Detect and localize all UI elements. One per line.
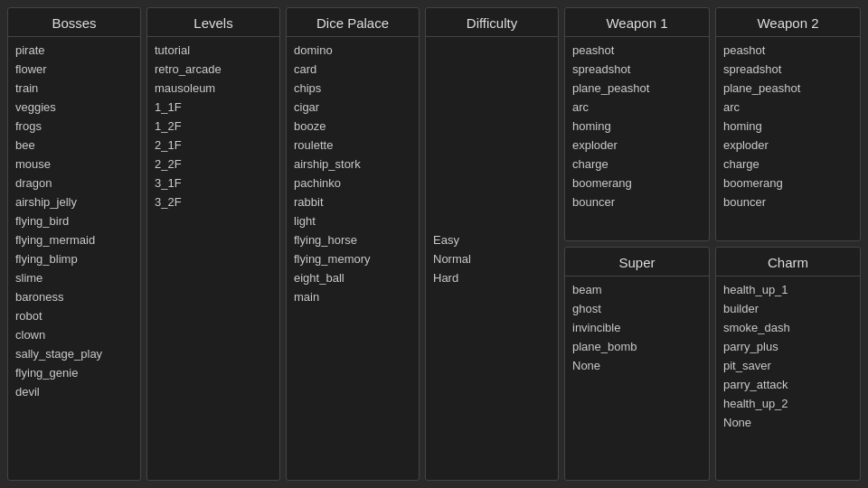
list-item[interactable]: boomerang <box>565 174 709 192</box>
list-item[interactable]: parry_plus <box>716 337 860 356</box>
charm-panel: Charm health_up_1buildersmoke_dashparry_… <box>715 247 861 481</box>
list-item[interactable]: pit_saver <box>716 356 860 375</box>
list-item[interactable]: airship_stork <box>287 155 419 174</box>
list-item[interactable]: health_up_2 <box>716 394 860 413</box>
list-item[interactable]: flying_genie <box>8 363 140 382</box>
list-item[interactable]: 1_1F <box>147 98 279 117</box>
list-item[interactable]: flower <box>8 60 140 79</box>
list-item[interactable]: parry_attack <box>716 375 860 394</box>
list-item[interactable]: chips <box>287 79 419 98</box>
list-item[interactable]: homing <box>565 117 709 136</box>
list-item[interactable]: charge <box>716 155 860 174</box>
list-item[interactable]: spreadshot <box>565 60 709 79</box>
dice-palace-list: dominocardchipscigarboozerouletteairship… <box>287 37 419 480</box>
list-item[interactable]: plane_peashot <box>565 79 709 98</box>
list-item[interactable]: None <box>565 356 709 375</box>
list-item[interactable]: bouncer <box>716 192 860 211</box>
list-item[interactable]: retro_arcade <box>147 60 279 79</box>
list-item[interactable]: None <box>716 413 860 432</box>
list-item[interactable]: smoke_dash <box>716 318 860 337</box>
difficulty-panel: Difficulty EasyNormalHard <box>425 7 559 481</box>
bosses-panel: Bosses pirateflowertrainveggiesfrogsbeem… <box>7 7 141 481</box>
super-panel: Super beamghostinvincibleplane_bombNone <box>564 247 710 481</box>
difficulty-header: Difficulty <box>426 8 558 37</box>
list-item[interactable]: Hard <box>426 268 558 287</box>
list-item[interactable]: devil <box>8 382 140 401</box>
weapons-row: Weapon 1 peashotspreadshotplane_peashota… <box>564 7 861 241</box>
super-charm-row: Super beamghostinvincibleplane_bombNone … <box>564 247 861 481</box>
list-item[interactable]: eight_ball <box>287 268 419 287</box>
list-item[interactable]: exploder <box>565 136 709 155</box>
list-item[interactable]: plane_bomb <box>565 337 709 356</box>
list-item[interactable]: 2_1F <box>147 136 279 155</box>
list-item[interactable]: domino <box>287 41 419 60</box>
charm-list: health_up_1buildersmoke_dashparry_pluspi… <box>716 277 860 480</box>
difficulty-list: EasyNormalHard <box>426 227 558 291</box>
list-item[interactable]: airship_jelly <box>8 192 140 211</box>
weapon2-panel: Weapon 2 peashotspreadshotplane_peashota… <box>715 7 861 241</box>
list-item[interactable]: tutorial <box>147 41 279 60</box>
list-item[interactable]: 3_2F <box>147 192 279 211</box>
weapon1-header: Weapon 1 <box>565 8 709 37</box>
list-item[interactable]: light <box>287 211 419 230</box>
list-item[interactable]: builder <box>716 299 860 318</box>
list-item[interactable]: exploder <box>716 136 860 155</box>
list-item[interactable]: booze <box>287 117 419 136</box>
weapon1-list: peashotspreadshotplane_peashotarchominge… <box>565 37 709 240</box>
list-item[interactable]: frogs <box>8 117 140 136</box>
list-item[interactable]: Normal <box>426 249 558 268</box>
weapon1-panel: Weapon 1 peashotspreadshotplane_peashota… <box>564 7 710 241</box>
list-item[interactable]: pachinko <box>287 174 419 192</box>
super-list: beamghostinvincibleplane_bombNone <box>565 277 709 480</box>
list-item[interactable]: beam <box>565 280 709 299</box>
list-item[interactable]: train <box>8 79 140 98</box>
list-item[interactable]: dragon <box>8 174 140 192</box>
weapon2-header: Weapon 2 <box>716 8 860 37</box>
bosses-list: pirateflowertrainveggiesfrogsbeemousedra… <box>8 37 140 480</box>
list-item[interactable]: veggies <box>8 98 140 117</box>
list-item[interactable]: 1_2F <box>147 117 279 136</box>
list-item[interactable]: arc <box>716 98 860 117</box>
list-item[interactable]: spreadshot <box>716 60 860 79</box>
bosses-header: Bosses <box>8 8 140 37</box>
list-item[interactable]: Easy <box>426 230 558 249</box>
list-item[interactable]: homing <box>716 117 860 136</box>
list-item[interactable]: sally_stage_play <box>8 344 140 363</box>
list-item[interactable]: baroness <box>8 287 140 306</box>
list-item[interactable]: robot <box>8 306 140 325</box>
levels-header: Levels <box>147 8 279 37</box>
list-item[interactable]: flying_bird <box>8 211 140 230</box>
list-item[interactable]: bee <box>8 136 140 155</box>
list-item[interactable]: cigar <box>287 98 419 117</box>
levels-panel: Levels tutorialretro_arcademausoleum1_1F… <box>146 7 280 481</box>
dice-palace-panel: Dice Palace dominocardchipscigarboozerou… <box>286 7 420 481</box>
list-item[interactable]: main <box>287 287 419 306</box>
list-item[interactable]: invincible <box>565 318 709 337</box>
levels-list: tutorialretro_arcademausoleum1_1F1_2F2_1… <box>147 37 279 480</box>
list-item[interactable]: bouncer <box>565 192 709 211</box>
list-item[interactable]: health_up_1 <box>716 280 860 299</box>
list-item[interactable]: rabbit <box>287 192 419 211</box>
list-item[interactable]: roulette <box>287 136 419 155</box>
list-item[interactable]: flying_blimp <box>8 249 140 268</box>
list-item[interactable]: arc <box>565 98 709 117</box>
list-item[interactable]: flying_mermaid <box>8 230 140 249</box>
list-item[interactable]: 2_2F <box>147 155 279 174</box>
list-item[interactable]: charge <box>565 155 709 174</box>
list-item[interactable]: mouse <box>8 155 140 174</box>
list-item[interactable]: peashot <box>565 41 709 60</box>
list-item[interactable]: flying_horse <box>287 230 419 249</box>
list-item[interactable]: boomerang <box>716 174 860 192</box>
list-item[interactable]: mausoleum <box>147 79 279 98</box>
list-item[interactable]: plane_peashot <box>716 79 860 98</box>
list-item[interactable]: pirate <box>8 41 140 60</box>
list-item[interactable]: 3_1F <box>147 174 279 192</box>
list-item[interactable]: clown <box>8 325 140 344</box>
main-container: Bosses pirateflowertrainveggiesfrogsbeem… <box>0 0 868 488</box>
list-item[interactable]: flying_memory <box>287 249 419 268</box>
list-item[interactable]: ghost <box>565 299 709 318</box>
list-item[interactable]: peashot <box>716 41 860 60</box>
list-item[interactable]: slime <box>8 268 140 287</box>
list-item[interactable]: card <box>287 60 419 79</box>
charm-header: Charm <box>716 248 860 277</box>
